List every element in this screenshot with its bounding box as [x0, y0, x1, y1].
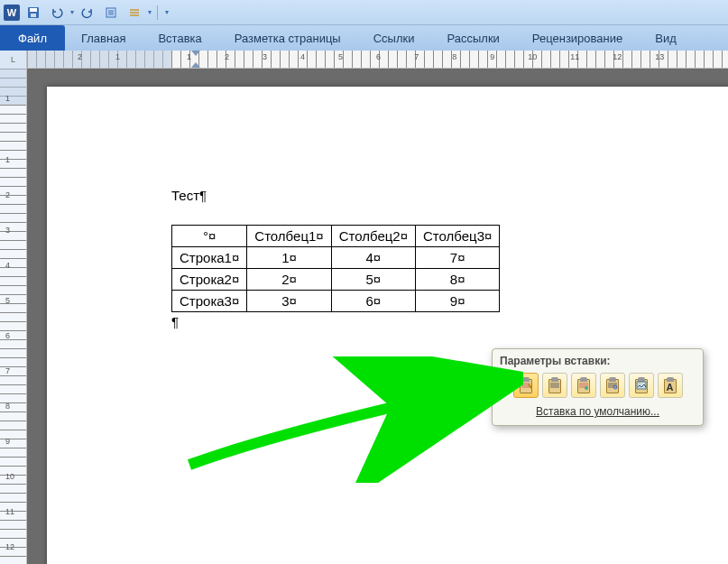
tab-home[interactable]: Главная — [65, 25, 142, 51]
tab-page-layout[interactable]: Разметка страницы — [218, 25, 357, 51]
tab-mailings[interactable]: Рассылки — [431, 25, 516, 51]
word-app-icon: W — [4, 5, 20, 21]
tab-insert[interactable]: Вставка — [142, 25, 217, 51]
hanging-indent-icon[interactable] — [191, 62, 200, 68]
doc-title-text[interactable]: Тест¶ — [171, 188, 728, 203]
qat-extra1-button[interactable] — [101, 3, 121, 23]
table-row: Строка2¤ 2¤ 5¤ 8¤ — [172, 269, 500, 291]
redo-button[interactable] — [78, 3, 97, 23]
file-tab[interactable]: Файл — [0, 25, 65, 51]
paste-text-only-button[interactable]: A — [658, 373, 683, 398]
paste-picture-button[interactable] — [629, 373, 654, 398]
paste-merge-button[interactable] — [542, 373, 567, 398]
svg-point-6 — [639, 383, 640, 384]
qat-customize-icon[interactable]: ▾ — [165, 8, 169, 16]
ribbon-tabs: Файл Главная Вставка Разметка страницы С… — [0, 25, 728, 51]
qat-extra2-button[interactable] — [124, 3, 144, 23]
table-row: °¤ Столбец1¤ Столбец2¤ Столбец3¤ — [172, 226, 500, 247]
ruler-numbers: 2112345678910111213 — [78, 52, 664, 61]
svg-rect-1 — [30, 8, 37, 12]
paste-link-button[interactable] — [600, 373, 625, 398]
page[interactable]: Тест¶ °¤ Столбец1¤ Столбец2¤ Столбец3¤ С… — [47, 87, 728, 564]
document-area[interactable]: Тест¶ °¤ Столбец1¤ Столбец2¤ Столбец3¤ С… — [27, 69, 728, 564]
tab-selector[interactable]: L — [0, 51, 27, 69]
paste-styles-button[interactable] — [571, 373, 596, 398]
table-row: Строка3¤ 3¤ 6¤ 9¤ — [172, 291, 500, 312]
save-button[interactable] — [23, 3, 43, 23]
title-bar: W ▾ ▾ ▾ — [0, 0, 728, 25]
horizontal-ruler[interactable]: L 2112345678910111213 — [0, 51, 728, 69]
tab-review[interactable]: Рецензирование — [516, 25, 639, 51]
tab-view[interactable]: Вид — [639, 25, 693, 51]
paste-options-popup: Параметры вставки: A Вставка по умолчани… — [492, 348, 704, 426]
vertical-ruler[interactable]: 1123456789101112 — [0, 69, 27, 564]
svg-point-4 — [585, 386, 588, 390]
paste-options-title: Параметры вставки: — [500, 355, 696, 367]
tab-references[interactable]: Ссылки — [357, 25, 431, 51]
paragraph-mark[interactable]: ¶ — [171, 314, 728, 329]
paste-keep-source-button[interactable] — [513, 373, 539, 398]
svg-rect-2 — [31, 14, 36, 17]
table-row: Строка1¤ 1¤ 4¤ 7¤ — [172, 247, 500, 269]
undo-button[interactable] — [47, 3, 67, 23]
paste-default-link[interactable]: Вставка по умолчанию... — [500, 403, 696, 418]
doc-table[interactable]: °¤ Столбец1¤ Столбец2¤ Столбец3¤ Строка1… — [171, 225, 500, 312]
